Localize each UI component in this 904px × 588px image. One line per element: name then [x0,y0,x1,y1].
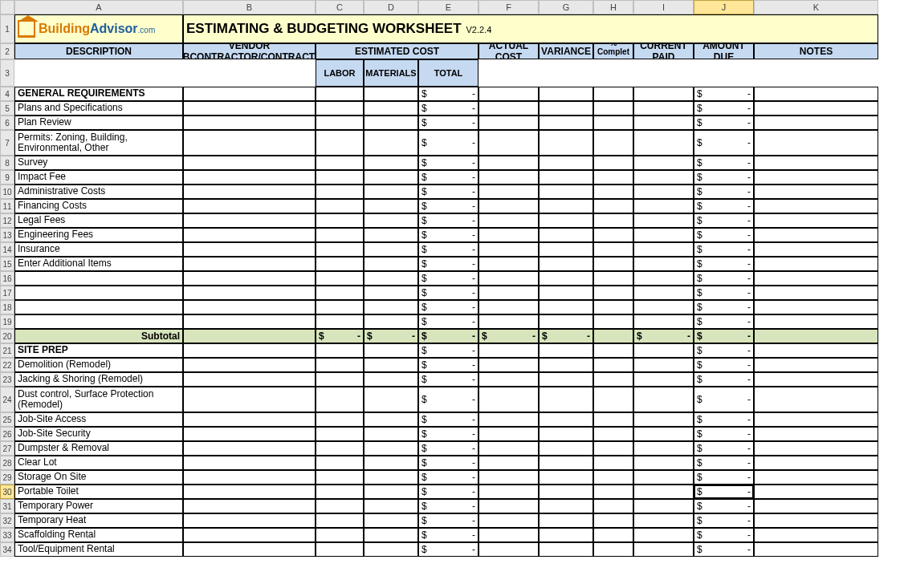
column-header-C[interactable]: C [316,0,364,14]
cell-actual[interactable] [478,130,539,156]
cell-total[interactable]: $- [418,412,478,427]
cell-vendor[interactable] [183,387,316,412]
cell-notes[interactable] [754,170,878,185]
cell-variance[interactable] [539,257,593,271]
cell-materials[interactable] [364,343,418,358]
cell-variance[interactable] [539,271,593,286]
cell-description[interactable]: Impact Fee [14,170,183,185]
cell-materials[interactable] [364,387,418,412]
cell-pct[interactable] [593,286,633,300]
cell-actual[interactable] [478,499,539,513]
cell-paid[interactable] [633,387,694,412]
row-header[interactable]: 3 [0,59,14,87]
cell-variance[interactable] [539,170,593,185]
cell-due[interactable]: $- [694,499,754,513]
cell-labor[interactable] [316,513,364,528]
cell-due[interactable]: $- [694,343,754,358]
cell-paid[interactable] [633,542,694,557]
cell-pct[interactable] [593,427,633,441]
row-header[interactable]: 4 [0,87,14,101]
cell-vendor[interactable] [183,343,316,358]
cell-actual[interactable] [478,116,539,130]
cell-pct[interactable] [593,513,633,528]
cell-paid[interactable] [633,470,694,485]
cell-due[interactable]: $- [694,87,754,101]
cell-paid[interactable] [633,528,694,542]
cell-vendor[interactable] [183,470,316,485]
cell-actual[interactable] [478,101,539,116]
cell-labor[interactable] [316,542,364,557]
cell-variance[interactable] [539,199,593,213]
cell-pct[interactable] [593,199,633,213]
cell-description[interactable]: Job-Site Access [14,412,183,427]
cell-pct[interactable] [593,228,633,242]
cell-actual[interactable] [478,199,539,213]
cell-materials[interactable] [364,470,418,485]
cell-paid[interactable] [633,513,694,528]
cell-notes[interactable] [754,87,878,101]
cell-materials[interactable] [364,271,418,286]
row-header[interactable]: 13 [0,228,14,242]
row-header[interactable]: 30 [0,485,14,499]
cell-variance[interactable] [539,286,593,300]
row-header[interactable]: 15 [0,257,14,271]
cell-description[interactable] [14,286,183,300]
cell-due[interactable]: $- [694,101,754,116]
row-header[interactable]: 22 [0,358,14,372]
cell-actual[interactable] [478,358,539,372]
cell-vendor[interactable] [183,271,316,286]
cell-labor[interactable] [316,257,364,271]
cell-variance[interactable] [539,242,593,257]
cell-pct[interactable] [593,387,633,412]
cell-due[interactable]: $- [694,358,754,372]
cell-actual[interactable] [478,456,539,470]
cell-paid[interactable] [633,412,694,427]
cell-due[interactable]: $- [694,412,754,427]
cell-materials[interactable] [364,185,418,199]
cell-labor[interactable] [316,441,364,456]
cell-variance[interactable] [539,130,593,156]
cell-variance[interactable] [539,528,593,542]
cell-description[interactable]: Demolition (Remodel) [14,358,183,372]
cell-total[interactable]: $- [418,199,478,213]
cell-notes[interactable] [754,286,878,300]
cell-paid[interactable] [633,358,694,372]
cell-paid[interactable] [633,101,694,116]
cell-variance[interactable] [539,116,593,130]
row-header[interactable]: 23 [0,372,14,387]
column-header-E[interactable]: E [418,0,478,14]
cell-paid[interactable] [633,314,694,329]
cell-description[interactable]: Permits: Zoning, Building, Environmental… [14,130,183,156]
cell-actual[interactable] [478,485,539,499]
row-header[interactable]: 32 [0,513,14,528]
cell-labor[interactable] [316,470,364,485]
cell-variance[interactable] [539,156,593,170]
cell-due[interactable]: $- [694,542,754,557]
cell-labor[interactable] [316,528,364,542]
cell-paid[interactable] [633,499,694,513]
row-header[interactable]: 29 [0,470,14,485]
cell-materials[interactable] [364,156,418,170]
cell-notes[interactable] [754,213,878,228]
row-header[interactable]: 5 [0,101,14,116]
cell-notes[interactable] [754,358,878,372]
cell-labor[interactable] [316,156,364,170]
cell-pct[interactable] [593,116,633,130]
cell-notes[interactable] [754,470,878,485]
cell-labor[interactable] [316,300,364,314]
cell-vendor[interactable] [183,199,316,213]
row-header[interactable]: 16 [0,271,14,286]
cell-due[interactable]: $- [694,213,754,228]
cell-pct[interactable] [593,456,633,470]
cell-materials[interactable] [364,513,418,528]
row-header[interactable]: 31 [0,499,14,513]
cell-vendor[interactable] [183,185,316,199]
cell-description[interactable] [14,314,183,329]
row-header[interactable]: 2 [0,43,14,59]
cell-actual[interactable] [478,228,539,242]
cell-total[interactable]: $- [418,358,478,372]
cell-due[interactable]: $- [694,228,754,242]
cell-notes[interactable] [754,513,878,528]
cell-vendor[interactable] [183,257,316,271]
cell-description[interactable]: Jacking & Shoring (Remodel) [14,372,183,387]
